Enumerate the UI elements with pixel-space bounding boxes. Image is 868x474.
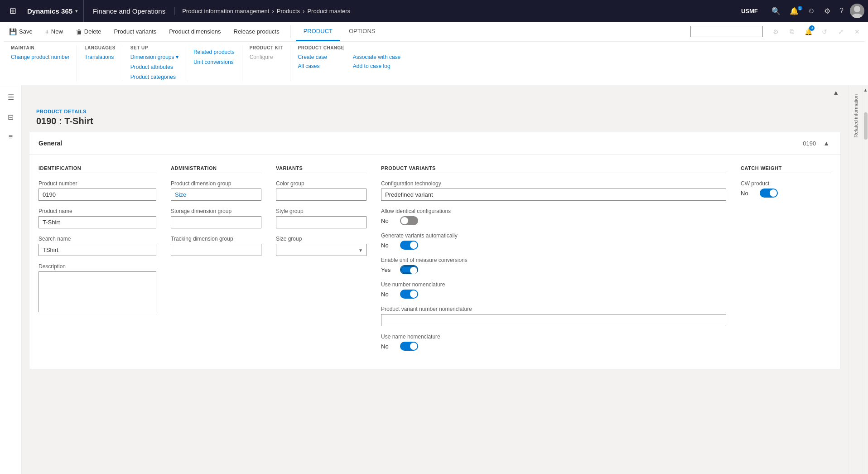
scroll-thumb[interactable]	[864, 112, 868, 140]
ribbon-group-languages: LANGUAGES Translations	[77, 45, 123, 81]
tab-options[interactable]: OPTIONS	[342, 22, 383, 41]
style-group-input[interactable]	[276, 216, 366, 228]
filter-icon[interactable]: ⊟	[3, 109, 19, 125]
entity-label: USMF	[741, 8, 765, 15]
color-group-input[interactable]	[276, 189, 366, 201]
associate-with-case-link[interactable]: Associate with case	[353, 53, 400, 61]
generate-variants-toggle[interactable]	[400, 241, 418, 250]
general-card-header[interactable]: General 0190 ▲	[29, 132, 840, 155]
product-name-label: Product name	[39, 208, 156, 214]
enable-uom-toggle[interactable]	[400, 265, 418, 274]
collapse-top-icon[interactable]: ▲	[831, 87, 841, 98]
scroll-track[interactable]: ▲ ▼	[863, 85, 868, 474]
allow-identical-field: Allow identical configurations No	[381, 208, 726, 225]
create-case-link[interactable]: Create case	[298, 53, 345, 61]
scroll-up-button[interactable]: ▲	[863, 85, 868, 94]
tab-product[interactable]: PRODUCT	[296, 22, 340, 41]
toggle-thumb	[410, 242, 417, 249]
settings-icon[interactable]: ⚙	[821, 7, 833, 15]
unit-conversions-link[interactable]: Unit conversions	[193, 58, 235, 66]
product-variants-label: Product variants	[114, 28, 156, 35]
close-icon[interactable]: ✕	[850, 24, 864, 39]
ribbon-search-input[interactable]	[690, 26, 763, 37]
translations-link[interactable]: Translations	[84, 53, 114, 61]
product-name-field: Product name	[39, 208, 156, 228]
brand-name[interactable]: Dynamics 365	[27, 7, 72, 15]
size-group-select[interactable]	[276, 244, 366, 256]
variant-number-nomenclature-input[interactable]	[381, 314, 726, 326]
use-number-nomenclature-toggle[interactable]	[400, 290, 418, 299]
configuration-technology-input[interactable]	[381, 189, 726, 201]
administration-title: ADMINISTRATION	[171, 165, 261, 173]
product-categories-link[interactable]: Product categories	[130, 73, 178, 81]
breadcrumb-products[interactable]: Products	[277, 8, 300, 15]
size-group-label: Size group	[276, 236, 366, 242]
notification-bell[interactable]: 🔔1	[787, 7, 801, 15]
breadcrumb-product-masters[interactable]: Product masters	[307, 8, 350, 15]
waffle-menu[interactable]: ⊞	[4, 2, 22, 20]
product-dimensions-button[interactable]: Product dimensions	[164, 25, 226, 38]
product-variants-button[interactable]: Product variants	[108, 25, 162, 38]
refresh-icon[interactable]: ↺	[817, 24, 832, 39]
all-cases-link[interactable]: All cases	[298, 62, 345, 70]
tracking-dimension-group-input[interactable]	[171, 244, 261, 256]
maintain-group-title: MAINTAIN	[11, 45, 69, 50]
product-number-input[interactable]	[39, 189, 156, 201]
svg-point-0	[854, 6, 860, 12]
configure-link[interactable]: Configure	[250, 53, 273, 61]
allow-identical-toggle[interactable]	[400, 216, 418, 225]
toggle-thumb	[410, 343, 417, 350]
ribbon-group-setup: SET UP Dimension groups ▾ Product attrib…	[123, 45, 186, 81]
breadcrumb-product-info[interactable]: Product information management	[182, 8, 269, 15]
user-avatar[interactable]	[850, 4, 864, 18]
storage-dimension-group-label: Storage dimension group	[171, 208, 261, 214]
customize-icon[interactable]: ⚙	[768, 24, 783, 39]
description-label: Description	[39, 263, 156, 270]
product-dimension-group-input[interactable]	[171, 189, 261, 201]
collapse-card-icon[interactable]: ▲	[821, 138, 831, 149]
variants-section: VARIANTS Color group Style group Size gr…	[276, 165, 366, 358]
dimension-groups-link[interactable]: Dimension groups ▾	[130, 53, 178, 61]
open-in-window-icon[interactable]: ⧉	[785, 24, 799, 39]
use-name-nomenclature-toggle[interactable]	[400, 342, 418, 351]
delete-label: Delete	[84, 28, 101, 35]
enable-uom-value: Yes	[381, 266, 395, 273]
collapse-sidebar-icon[interactable]: ☰	[3, 89, 19, 105]
new-button[interactable]: + New	[40, 25, 68, 38]
list-icon[interactable]: ≡	[3, 129, 19, 145]
product-attributes-link[interactable]: Product attributes	[130, 63, 178, 71]
change-product-number-link[interactable]: Change product number	[11, 53, 69, 61]
description-textarea[interactable]	[39, 271, 156, 312]
brand-caret-icon[interactable]: ▾	[75, 8, 78, 14]
window-controls: ⚙ ⧉ 🔔0 ↺ ⤢ ✕	[768, 24, 864, 39]
add-to-case-log-link[interactable]: Add to case log	[353, 62, 400, 70]
cw-product-label: CW product	[741, 180, 831, 187]
product-name-input[interactable]	[39, 216, 156, 228]
style-group-label: Style group	[276, 208, 366, 214]
product-dimensions-label: Product dimensions	[169, 28, 221, 35]
face-icon[interactable]: ☺	[805, 7, 818, 15]
breadcrumb-sep-2: ›	[303, 8, 304, 15]
related-information-label[interactable]: Related information	[853, 89, 858, 143]
release-products-button[interactable]: Release products	[228, 25, 285, 38]
badge-icon[interactable]: 🔔0	[801, 24, 815, 39]
delete-button[interactable]: 🗑 Delete	[70, 25, 107, 38]
search-icon[interactable]: 🔍	[769, 7, 783, 15]
use-number-nomenclature-toggle-row: No	[381, 290, 726, 299]
scroll-down-button[interactable]: ▼	[863, 472, 868, 474]
ribbon-group-product-change: PRODUCT CHANGE Create case Associate wit…	[290, 45, 408, 81]
general-card-title: General	[39, 140, 62, 147]
help-icon[interactable]: ?	[837, 7, 846, 15]
top-navigation: ⊞ Dynamics 365 ▾ Finance and Operations …	[0, 0, 868, 22]
maximize-icon[interactable]: ⤢	[834, 24, 848, 39]
related-products-link[interactable]: Related products	[193, 48, 235, 56]
identification-section: IDENTIFICATION Product number Product na…	[39, 165, 156, 358]
variants-title: VARIANTS	[276, 165, 366, 173]
storage-dimension-group-input[interactable]	[171, 216, 261, 228]
save-button[interactable]: 💾 Save	[4, 25, 38, 38]
toggle-thumb	[410, 290, 417, 298]
search-name-input[interactable]	[39, 244, 156, 256]
cw-product-toggle[interactable]	[760, 189, 778, 198]
setup-group-title: SET UP	[130, 45, 178, 50]
cw-product-field: CW product No	[741, 180, 831, 198]
